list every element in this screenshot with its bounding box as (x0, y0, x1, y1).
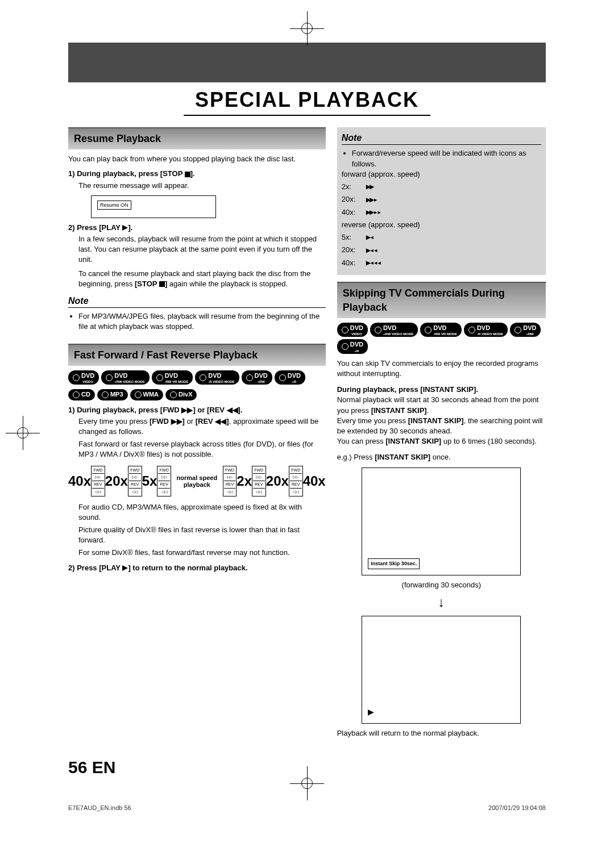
skip-step-label: During playback, press [INSTANT SKIP]. (337, 385, 478, 394)
rev-icon: ◀◀ (215, 417, 226, 425)
skip-body2: Every time you press [INSTANT SKIP], the… (337, 416, 546, 436)
speed-note-header: Note (342, 132, 541, 145)
resume-on-label: Resume ON (97, 201, 131, 210)
instant-skip-screen: Instant Skip 30sec. (362, 468, 521, 575)
footer-right: 2007/01/29 19:04:08 (488, 804, 546, 811)
skip-body3: You can press [INSTANT SKIP] up to 6 tim… (337, 436, 546, 446)
rev-speed-label: reverse (approx. speed) (342, 220, 541, 230)
ff-step1-body2: Fast forward or fast reverse playback ac… (78, 439, 326, 460)
disc-badge: DVD-R VIDEO MODE (464, 323, 508, 337)
playback-screen: ▶ (362, 616, 521, 724)
speed-box: FWD▷▷REV◁◁ (252, 466, 266, 496)
disc-badge: WMA (130, 389, 164, 400)
disc-badge: DVD-RW VR MODE (152, 370, 193, 385)
playback-return-caption: Playback will return to the normal playb… (337, 728, 546, 738)
resume-step1-label: 1) During playback, press [STOP ]. (68, 169, 195, 178)
play-icon (122, 225, 128, 231)
disc-badge: DVD-RW VR MODE (420, 323, 462, 337)
disc-badge: DVD+RW (242, 370, 272, 385)
printer-mark-bottom (298, 775, 316, 794)
speed-row: 20x:▶◂◂ (342, 245, 541, 256)
resume-note-item: For MP3/WMA/JPEG files, playback will re… (78, 311, 326, 332)
resume-intro: You can play back from where you stopped… (68, 154, 326, 164)
printer-mark-left (14, 424, 31, 444)
ff-after2: Picture quality of DivX® files in fast r… (78, 525, 326, 545)
ff-step1-label: 1) During playback, press [FWD ▶▶] or [R… (68, 406, 243, 414)
speed-value: 20x (266, 471, 289, 491)
play-icon (122, 565, 128, 571)
footer: E7E7AUD_EN.indb 56 2007/01/29 19:04:08 (68, 804, 546, 811)
down-arrow-icon: ↓ (337, 592, 546, 612)
skip-intro: You can skip TV commercials to enjoy the… (337, 358, 546, 379)
disc-badge: DVDVIDEO (68, 370, 99, 385)
disc-badge: DivX (165, 389, 197, 400)
skip-badges: DVDVIDEODVD+RW VIDEO MODEDVD-RW VR MODED… (337, 323, 546, 354)
disc-badge: DVD-R VIDEO MODE (195, 370, 239, 385)
speed-note-intro: Forward/reverse speed will be indicated … (352, 148, 541, 169)
disc-badge: DVD+R (275, 370, 305, 385)
skip-example-label: e.g.) Press [INSTANT SKIP] once. (337, 452, 546, 462)
disc-badge: MP3 (97, 389, 128, 400)
speed-row: 40x:▶▶▸▸ (342, 207, 541, 218)
ff-step2-label: 2) Press [PLAY ] to return to the normal… (68, 564, 248, 572)
speed-box: FWD▷▷REV◁◁ (289, 466, 303, 496)
disc-badge: DVDVIDEO (337, 323, 368, 337)
speed-row: 40x:▶◂◂◂ (342, 257, 541, 269)
resume-header: Resume Playback (68, 127, 326, 149)
disc-badge: DVD+RW VIDEO MODE (101, 370, 149, 385)
resume-step2-label: 2) Press [PLAY ]. (68, 223, 132, 232)
resume-step2-body1: In a few seconds, playback will resume f… (78, 234, 326, 265)
speed-row: 5x:▶◂ (342, 232, 541, 243)
right-column: Note Forward/reverse speed will be indic… (337, 127, 546, 741)
footer-left: E7E7AUD_EN.indb 56 (68, 804, 131, 811)
disc-badge: DVD+RW VIDEO MODE (370, 323, 418, 337)
speed-row: 20x:▶▶▸ (342, 194, 541, 206)
speed-value: 5x (142, 471, 157, 491)
forwarding-caption: (forwarding 30 seconds) (337, 580, 546, 590)
speed-box: FWD▷▷REV◁◁ (91, 466, 105, 496)
ff-after1: For audio CD, MP3/WMA files, approximate… (78, 502, 326, 523)
left-column: Resume Playback You can play back from w… (68, 127, 326, 741)
skip-header: Skipping TV Commercials During Playback (337, 282, 546, 318)
speed-value: 20x (105, 471, 128, 491)
fwd-icon: ▶▶ (181, 406, 193, 414)
fwd-speed-label: forward (approx. speed) (342, 169, 541, 180)
normal-speed-label: normal speed playback (171, 474, 222, 488)
page-title: SPECIAL PLAYBACK (184, 88, 430, 116)
speed-diagram: 40xFWD▷▷REV◁◁20xFWD▷▷REV◁◁5xFWD▷▷REV◁◁no… (68, 466, 326, 496)
resume-note-list: For MP3/WMA/JPEG files, playback will re… (68, 311, 326, 332)
speed-row: 2x:▶▶ (342, 181, 541, 193)
resume-step2-body2: To cancel the resume playback and start … (78, 269, 326, 289)
disc-badge: CD (68, 389, 95, 400)
speed-value: 2x (237, 471, 252, 491)
ff-badges-row2: CDMP3WMADivX (68, 389, 326, 400)
title-band: SPECIAL PLAYBACK (0, 88, 614, 116)
speed-value: 40x (303, 471, 326, 491)
play-osd-icon: ▶ (368, 707, 374, 718)
ff-badges-row1: DVDVIDEODVD+RW VIDEO MODEDVD-RW VR MODED… (68, 370, 326, 385)
ff-step1-body1: Every time you press [FWD ▶▶] or [REV ◀◀… (78, 416, 326, 437)
skip-body1: Normal playback will start at 30 seconds… (337, 395, 546, 415)
speed-box: FWD▷▷REV◁◁ (223, 466, 237, 496)
disc-badge: DVD+RW (510, 323, 541, 337)
ff-header: Fast Forward / Fast Reverse Playback (68, 344, 326, 366)
speed-box: FWD▷▷REV◁◁ (128, 466, 142, 496)
rev-icon: ◀◀ (227, 406, 238, 414)
instant-skip-osd: Instant Skip 30sec. (368, 558, 420, 569)
printer-mark-top (298, 20, 316, 39)
speed-value: 40x (68, 471, 91, 491)
header-bar (68, 43, 546, 82)
speed-note-box: Note Forward/reverse speed will be indic… (337, 127, 546, 275)
page-number: 56 EN (68, 758, 115, 777)
disc-badge: DVD+R (337, 339, 368, 353)
stop-icon (185, 172, 190, 177)
fwd-icon: ▶▶ (171, 417, 182, 425)
stop-icon (159, 281, 165, 287)
resume-osd-box: Resume ON (91, 195, 216, 218)
speed-box: FWD▷▷REV◁◁ (157, 466, 171, 496)
resume-note-header: Note (68, 295, 326, 308)
ff-after3: For some DivX® files, fast forward/fast … (78, 548, 326, 558)
resume-step1-body: The resume message will appear. (68, 181, 326, 191)
